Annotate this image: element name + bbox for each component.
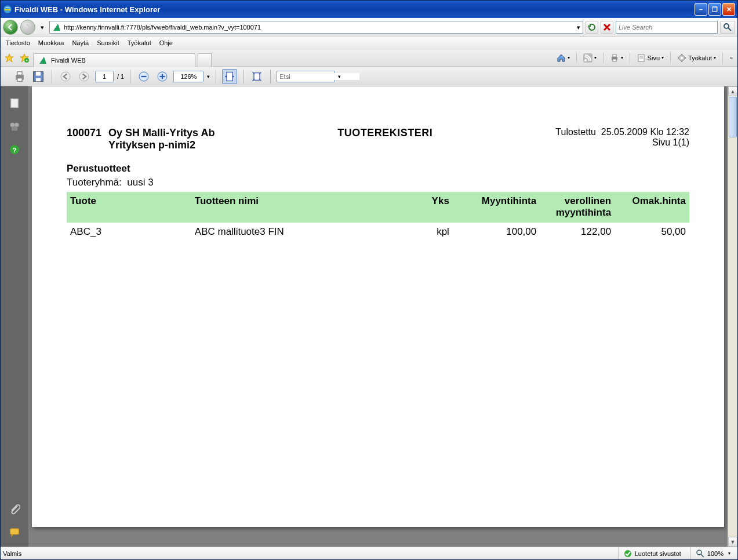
refresh-button[interactable] [586, 21, 598, 34]
pdf-find-input[interactable] [279, 73, 359, 80]
address-input[interactable] [64, 24, 575, 31]
svg-rect-43 [12, 126, 17, 131]
scroll-track[interactable] [728, 138, 737, 537]
stop-button[interactable] [601, 21, 613, 34]
svg-text:+: + [26, 59, 28, 63]
forward-button[interactable] [20, 20, 35, 35]
window-title: Fivaldi WEB - Windows Internet Explorer [14, 5, 693, 14]
feeds-button[interactable]: ▾ [581, 52, 598, 64]
svg-point-48 [697, 550, 701, 555]
status-zoom-cell[interactable]: 100% ▾ [690, 547, 735, 559]
col-myyntihinta: Myyntihinta [453, 192, 540, 223]
tab-label: Fivaldi WEB [51, 57, 86, 64]
menu-tyokalut[interactable]: Työkalut [123, 38, 155, 48]
col-omakhinta: Omak.hinta [615, 192, 689, 223]
address-dropdown-icon[interactable]: ▾ [577, 24, 580, 31]
pdf-sidebar: ? [1, 86, 28, 547]
svg-text:?: ? [13, 147, 17, 154]
svg-rect-40 [11, 99, 19, 108]
pdf-print-button[interactable] [12, 69, 27, 84]
menu-bar: Tiedosto Muokkaa Näytä Suosikit Työkalut… [1, 37, 737, 49]
svg-point-32 [79, 72, 89, 81]
pdf-next-page-button[interactable] [77, 69, 92, 84]
scroll-down-button[interactable]: ▼ [728, 537, 737, 547]
page-menu-button[interactable]: Sivu ▾ [635, 52, 666, 64]
print-button[interactable]: ▾ [608, 52, 625, 64]
tools-menu-button[interactable]: Työkalut ▾ [675, 52, 718, 64]
address-bar[interactable]: ▾ [49, 21, 583, 34]
svg-rect-14 [613, 54, 616, 57]
col-tuote: Tuote [67, 192, 191, 223]
menu-muokkaa[interactable]: Muokkaa [34, 38, 68, 48]
svg-rect-30 [36, 78, 41, 81]
attachments-panel-icon[interactable] [8, 503, 21, 515]
search-box[interactable] [616, 21, 718, 34]
scroll-thumb[interactable] [729, 97, 737, 137]
menu-tiedosto[interactable]: Tiedosto [2, 38, 34, 48]
help-panel-icon[interactable]: ? [8, 143, 21, 156]
document-viewport[interactable]: 100071 Oy SH Malli-Yritys Ab Yrityksen p… [28, 86, 728, 547]
svg-point-31 [61, 72, 70, 81]
content-area: ? 100071 Oy SH Malli-Yritys Ab Yrit [1, 86, 737, 547]
status-security-label: Luotetut sivustot [635, 550, 681, 557]
svg-line-49 [701, 554, 704, 557]
toolbar-chevron[interactable]: » [728, 55, 735, 61]
home-button[interactable]: ▾ [555, 52, 572, 64]
svg-marker-1 [53, 24, 60, 31]
pdf-zoom-out-button[interactable] [136, 69, 151, 84]
nav-history-dropdown[interactable]: ▾ [38, 20, 47, 35]
report-printed-value: 25.05.2009 Klo 12:32 [601, 127, 689, 137]
pdf-zoom-dropdown[interactable]: ▾ [207, 74, 210, 79]
tab-fivaldi-web[interactable]: Fivaldi WEB [33, 53, 195, 67]
svg-point-47 [624, 550, 631, 557]
new-tab-button[interactable] [198, 53, 212, 67]
minimize-button[interactable]: – [695, 3, 707, 16]
svg-rect-38 [227, 72, 232, 81]
comments-panel-icon[interactable] [8, 526, 21, 539]
pdf-fit-width-button[interactable] [222, 69, 237, 84]
svg-point-4 [724, 24, 729, 28]
report-title: TUOTEREKISTERI [215, 127, 555, 151]
bookmarks-panel-icon[interactable] [8, 120, 21, 133]
report-group-label: Tuoteryhmä: [67, 177, 122, 188]
maximize-button[interactable]: ❐ [708, 3, 721, 16]
svg-marker-6 [5, 54, 13, 62]
scroll-up-button[interactable]: ▲ [728, 86, 737, 96]
pdf-page-input[interactable] [95, 71, 114, 82]
search-input[interactable] [619, 24, 715, 31]
table-row: ABC_3 ABC mallituote3 FIN kpl 100,00 122… [67, 223, 689, 242]
menu-suosikit[interactable]: Suosikit [93, 38, 123, 48]
pdf-fit-page-button[interactable] [249, 69, 264, 84]
menu-nayta[interactable]: Näytä [68, 38, 93, 48]
pdf-find-box[interactable] [277, 71, 335, 82]
menu-ohje[interactable]: Ohje [155, 38, 177, 48]
pages-panel-icon[interactable] [8, 97, 21, 110]
add-favorite-button[interactable]: + [18, 52, 31, 64]
tabs-toolbar: + Fivaldi WEB ▾ ▾ ▾ Sivu ▾ [1, 49, 737, 67]
favorites-star-button[interactable] [3, 52, 16, 64]
ie-icon [3, 5, 12, 14]
vertical-scrollbar[interactable]: ▲ ▼ [728, 86, 737, 547]
pdf-find-dropdown[interactable]: ▾ [338, 74, 341, 79]
status-text: Valmis [3, 550, 21, 557]
cell-cost: 50,00 [615, 223, 689, 242]
close-button[interactable]: ✕ [722, 3, 735, 16]
nav-toolbar: ▾ ▾ [1, 18, 737, 37]
status-security-cell[interactable]: Luotetut sivustot [618, 547, 686, 559]
pdf-zoom-in-button[interactable] [155, 69, 170, 84]
status-zoom-label: 100% [707, 550, 724, 557]
search-go-button[interactable] [720, 21, 735, 34]
pdf-save-button[interactable] [31, 69, 46, 84]
pdf-zoom-input[interactable] [173, 71, 203, 82]
cell-price: 100,00 [453, 223, 540, 242]
report-section-title: Perustuotteet [67, 163, 689, 174]
status-bar: Valmis Luotetut sivustot 100% ▾ [1, 547, 737, 559]
col-tuotteen-nimi: Tuotteen nimi [191, 192, 403, 223]
report-page-label: Sivu 1(1) [555, 137, 689, 148]
pdf-prev-page-button[interactable] [58, 69, 73, 84]
fivaldi-favicon [52, 23, 61, 32]
back-button[interactable] [3, 20, 18, 35]
pdf-page-total: / 1 [117, 73, 124, 80]
col-yks: Yks [403, 192, 453, 223]
tools-menu-label: Työkalut [688, 54, 712, 61]
